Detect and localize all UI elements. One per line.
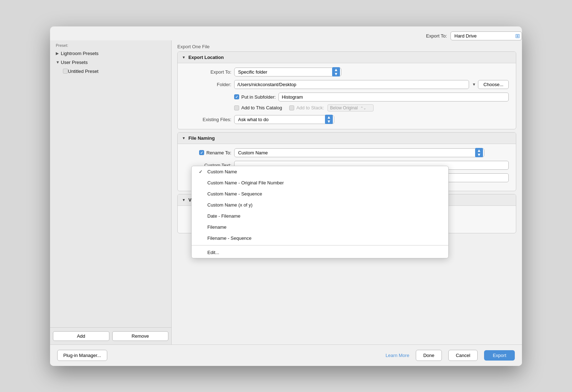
- sidebar-bottom: Add Remove: [50, 327, 171, 344]
- folder-row: Folder: ▼ Choose...: [185, 80, 509, 89]
- dropdown-custom-name-original-label: Custom Name - Original File Number: [207, 180, 284, 185]
- sidebar-item-lightroom-presets[interactable]: ▶ Lightroom Presets: [50, 49, 171, 58]
- sidebar-list: ▶ Lightroom Presets ▼ User Presets Untit…: [50, 49, 171, 327]
- dropdown-item-custom-name-sequence[interactable]: Custom Name - Sequence: [192, 188, 448, 199]
- subfolder-label-text: Put in Subfolder:: [241, 94, 276, 100]
- untitled-preset-label: Untitled Preset: [68, 69, 98, 74]
- existing-files-row: Existing Files: Ask what to do ▲▼: [185, 115, 509, 124]
- dropdown-filename-sequence-label: Filename - Sequence: [207, 235, 252, 241]
- rename-to-row: Rename To: Custom Name ▲▼: [185, 148, 509, 157]
- add-to-stack-checkbox: [289, 105, 294, 110]
- below-original-arrow-icon: ⌃⌄: [360, 106, 366, 110]
- file-naming-header[interactable]: ▼ File Naming: [178, 133, 516, 144]
- user-presets-label: User Presets: [61, 60, 88, 65]
- rename-to-label: Rename To:: [206, 150, 231, 155]
- choose-button[interactable]: Choose...: [478, 80, 509, 89]
- dropdown-item-edit[interactable]: Edit...: [192, 247, 448, 258]
- rename-to-checkbox[interactable]: [199, 150, 204, 155]
- export-to-field-label: Export To:: [185, 69, 231, 75]
- export-to-row: Export To: Specific folder ▲▼: [185, 68, 509, 76]
- video-triangle-icon: ▼: [182, 198, 186, 202]
- file-naming-dropdown: ✓ Custom Name Custom Name - Original Fil…: [191, 166, 449, 258]
- below-original-select: Below Original ⌃⌄: [327, 104, 374, 111]
- lightroom-presets-label: Lightroom Presets: [61, 51, 99, 56]
- dropdown-item-custom-name[interactable]: ✓ Custom Name: [192, 166, 448, 177]
- folder-dropdown-arrow-icon: ▼: [472, 82, 476, 86]
- rename-to-select[interactable]: Custom Name: [234, 148, 484, 157]
- file-naming-triangle-icon: ▼: [182, 136, 186, 140]
- file-naming-title: File Naming: [188, 135, 215, 141]
- sidebar-item-user-presets[interactable]: ▼ User Presets: [50, 58, 171, 67]
- expanded-arrow-icon: ▼: [56, 60, 61, 64]
- export-location-section: ▼ Export Location Export To: Specific fo…: [177, 51, 516, 129]
- top-bar: Export To: Hard Drive ⊞: [50, 26, 522, 40]
- add-to-stack-label: Add to Stack:: [296, 105, 324, 110]
- add-button[interactable]: Add: [53, 331, 109, 341]
- rename-to-select-wrapper[interactable]: Custom Name ▲▼: [234, 148, 484, 157]
- untitled-preset-checkbox[interactable]: [63, 69, 68, 74]
- done-button[interactable]: Done: [416, 350, 442, 361]
- check-icon: ✓: [199, 169, 204, 174]
- top-export-to-wrapper[interactable]: Hard Drive ⊞: [450, 31, 522, 40]
- add-to-catalog-checkbox-label[interactable]: Add to This Catalog: [234, 105, 282, 110]
- dropdown-filename-label: Filename: [207, 224, 226, 230]
- dropdown-item-custom-name-xofy[interactable]: Custom Name (x of y): [192, 199, 448, 210]
- existing-files-wrapper[interactable]: Ask what to do ▲▼: [234, 115, 334, 124]
- add-to-catalog-checkbox[interactable]: [234, 105, 239, 110]
- triangle-down-icon: ▼: [182, 55, 186, 59]
- export-to-field-select[interactable]: Specific folder: [234, 68, 341, 76]
- remove-button[interactable]: Remove: [112, 331, 169, 341]
- export-to-field-wrapper[interactable]: Specific folder ▲▼: [234, 68, 341, 76]
- export-dialog: Export To: Hard Drive ⊞ Preset: ▶ Lightr…: [50, 26, 522, 366]
- below-original-wrapper: Below Original ⌃⌄: [327, 104, 374, 111]
- dropdown-divider: [192, 245, 448, 245]
- folder-label: Folder:: [185, 82, 231, 87]
- subfolder-checkbox[interactable]: [234, 94, 239, 99]
- dropdown-custom-name-label: Custom Name: [207, 169, 237, 174]
- learn-more-link[interactable]: Learn More: [385, 353, 409, 358]
- panel-subtitle: Export One File: [177, 40, 516, 51]
- catalog-stack-row: Add to This Catalog Add to Stack: Below …: [185, 104, 509, 111]
- sidebar: Preset: ▶ Lightroom Presets ▼ User Prese…: [50, 40, 172, 344]
- dropdown-date-filename-label: Date - Filename: [207, 213, 240, 219]
- subfolder-row: Put in Subfolder:: [185, 93, 509, 101]
- bottom-bar: Plug-in Manager... Learn More Done Cance…: [50, 344, 522, 366]
- collapsed-arrow-icon: ▶: [56, 51, 61, 56]
- export-location-header[interactable]: ▼ Export Location: [178, 52, 516, 63]
- dropdown-custom-name-sequence-label: Custom Name - Sequence: [207, 191, 262, 197]
- preset-label: Preset:: [50, 40, 171, 49]
- dropdown-item-custom-name-original[interactable]: Custom Name - Original File Number: [192, 177, 448, 188]
- dropdown-item-filename[interactable]: Filename: [192, 222, 448, 233]
- cancel-button[interactable]: Cancel: [448, 350, 478, 361]
- existing-files-select[interactable]: Ask what to do: [234, 115, 334, 124]
- top-export-to-label: Export To:: [426, 33, 447, 39]
- export-location-title: Export Location: [188, 55, 224, 60]
- dropdown-item-date-filename[interactable]: Date - Filename: [192, 210, 448, 222]
- dropdown-edit-label: Edit...: [207, 250, 219, 255]
- existing-files-label: Existing Files:: [185, 117, 231, 122]
- top-export-to-select[interactable]: Hard Drive: [450, 31, 522, 40]
- dropdown-custom-name-xofy-label: Custom Name (x of y): [207, 202, 252, 208]
- dropdown-item-filename-sequence[interactable]: Filename - Sequence: [192, 233, 448, 244]
- sidebar-item-untitled-preset[interactable]: Untitled Preset: [50, 67, 171, 76]
- rename-to-checkbox-label[interactable]: Rename To:: [185, 150, 231, 155]
- folder-path-input[interactable]: [234, 80, 469, 89]
- export-button[interactable]: Export: [484, 350, 515, 361]
- subfolder-input[interactable]: [278, 93, 509, 101]
- plugin-manager-button[interactable]: Plug-in Manager...: [57, 350, 107, 361]
- add-to-catalog-text: Add to This Catalog: [241, 105, 282, 110]
- add-to-stack-group: Add to Stack: Below Original ⌃⌄: [289, 104, 374, 111]
- subfolder-checkbox-label[interactable]: Put in Subfolder:: [234, 94, 276, 100]
- export-location-body: Export To: Specific folder ▲▼ Folder: [178, 63, 516, 129]
